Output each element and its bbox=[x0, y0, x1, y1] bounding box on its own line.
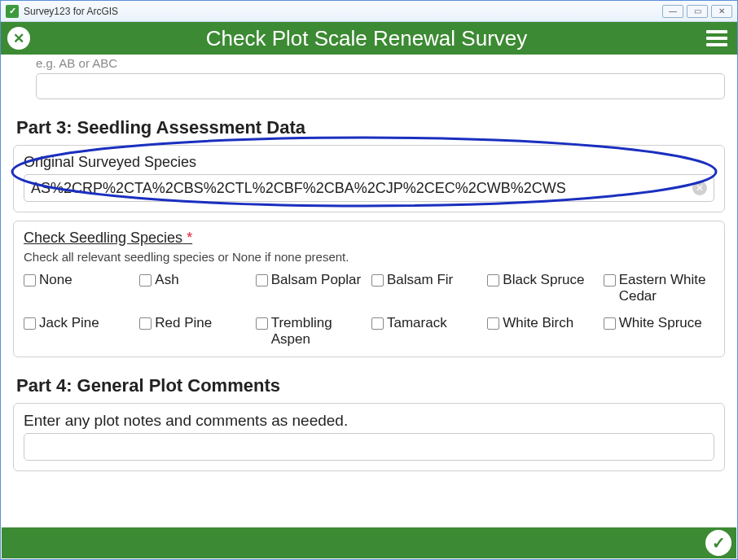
window-minimize-button[interactable]: — bbox=[662, 5, 683, 18]
prev-field-hint: e.g. AB or ABC bbox=[36, 56, 725, 70]
checkbox-balsam-fir[interactable]: Balsam Fir bbox=[371, 272, 482, 304]
checkbox-ash[interactable]: Ash bbox=[139, 272, 250, 304]
original-species-label: Original Surveyed Species bbox=[24, 154, 714, 171]
checkbox-eastern-white-cedar[interactable]: Eastern White Cedar bbox=[604, 272, 714, 304]
part4-heading: Part 4: General Plot Comments bbox=[16, 375, 725, 396]
prev-field-input-wrap bbox=[36, 73, 725, 99]
comments-input-wrap bbox=[24, 433, 714, 461]
checkbox-none[interactable]: None bbox=[24, 272, 134, 304]
form-scroll-area[interactable]: e.g. AB or ABC Part 3: Seedling Assessme… bbox=[2, 55, 736, 527]
survey-header: ✕ Check Plot Scale Renewal Survey bbox=[1, 22, 737, 55]
checkbox-white-birch[interactable]: White Birch bbox=[487, 315, 598, 347]
menu-button[interactable] bbox=[703, 27, 731, 50]
checkbox-red-pine[interactable]: Red Pine bbox=[139, 315, 250, 347]
window-title: Survey123 for ArcGIS bbox=[24, 6, 118, 17]
checkbox-black-spruce[interactable]: Black Spruce bbox=[487, 272, 598, 304]
check-species-panel: Check Seedling Species * Check all relev… bbox=[13, 221, 725, 357]
prev-field-input[interactable] bbox=[43, 78, 718, 94]
check-species-label: Check Seedling Species * bbox=[24, 230, 714, 247]
survey-footer: ✓ bbox=[2, 527, 736, 558]
original-species-panel: Original Surveyed Species ✕ bbox=[13, 145, 725, 212]
app-icon: ✓ bbox=[6, 5, 19, 18]
part3-heading: Part 3: Seedling Assessment Data bbox=[16, 117, 725, 138]
window-titlebar: ✓ Survey123 for ArcGIS — ▭ ✕ bbox=[1, 1, 737, 22]
checkbox-jack-pine[interactable]: Jack Pine bbox=[24, 315, 134, 347]
required-asterisk: * bbox=[187, 230, 192, 246]
close-survey-button[interactable]: ✕ bbox=[7, 27, 30, 50]
checkbox-trembling-aspen[interactable]: Trembling Aspen bbox=[256, 315, 367, 347]
species-checkbox-grid: None Ash Balsam Poplar Balsam Fir Black … bbox=[24, 272, 714, 347]
original-species-input-wrap: ✕ bbox=[24, 174, 714, 202]
survey-title: Check Plot Scale Renewal Survey bbox=[30, 26, 703, 51]
submit-button[interactable]: ✓ bbox=[705, 530, 731, 556]
window-close-button[interactable]: ✕ bbox=[711, 5, 732, 18]
comments-panel: Enter any plot notes and comments as nee… bbox=[13, 403, 725, 471]
checkbox-balsam-poplar[interactable]: Balsam Poplar bbox=[256, 272, 367, 304]
comments-input[interactable] bbox=[31, 439, 707, 456]
window-maximize-button[interactable]: ▭ bbox=[687, 5, 708, 18]
original-species-input[interactable] bbox=[31, 180, 692, 197]
comments-label: Enter any plot notes and comments as nee… bbox=[24, 412, 714, 430]
check-species-hint: Check all relevant seedling species or N… bbox=[24, 250, 714, 264]
checkbox-tamarack[interactable]: Tamarack bbox=[371, 315, 482, 347]
checkbox-white-spruce[interactable]: White Spruce bbox=[604, 315, 714, 347]
clear-input-icon[interactable]: ✕ bbox=[692, 181, 707, 195]
